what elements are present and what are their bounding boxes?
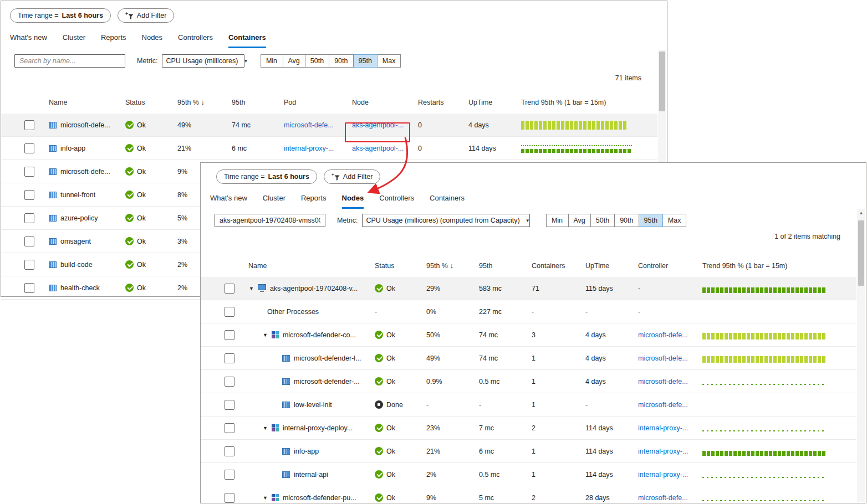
row-checkbox[interactable] <box>24 120 34 130</box>
pod-link[interactable]: microsoft-defe... <box>284 121 334 129</box>
row-checkbox[interactable] <box>24 236 34 246</box>
row-checkbox[interactable] <box>225 284 234 294</box>
controller-link[interactable]: internal-proxy-... <box>638 448 688 455</box>
tab-reports[interactable]: Reports <box>301 194 327 209</box>
checkbox-cell <box>217 440 239 462</box>
table-row[interactable]: info-appOk21%6 mcinternal-proxy-...aks-a… <box>1 137 657 160</box>
tab-nodes[interactable]: Nodes <box>142 33 163 48</box>
table-header: NameStatus95th % ↓95thPodNodeRestartsUpT… <box>1 91 657 114</box>
row-checkbox[interactable] <box>24 213 34 223</box>
row-checkbox[interactable] <box>225 493 234 503</box>
percentile-button-min[interactable]: Min <box>546 214 569 227</box>
percentile-button-50th[interactable]: 50th <box>305 54 329 68</box>
percentile-button-min[interactable]: Min <box>261 54 283 68</box>
table-row[interactable]: low-level-initDone--1-microsoft-defe... <box>201 393 856 416</box>
tab-containers[interactable]: Containers <box>228 33 266 48</box>
ok-status-icon <box>375 447 383 455</box>
row-checkbox[interactable] <box>24 167 34 177</box>
table-row[interactable]: ▼microsoft-defender-pu...Ok9%5 mc228 day… <box>201 486 856 504</box>
row-checkbox[interactable] <box>225 470 234 480</box>
row-checkbox[interactable] <box>225 377 234 387</box>
time-range-pill[interactable]: Time range = Last 6 hours <box>10 8 111 23</box>
table-row[interactable]: ▼microsoft-defender-co...Ok50%74 mc34 da… <box>201 323 856 347</box>
status-cell: Ok <box>375 331 426 339</box>
row-checkbox[interactable] <box>24 283 34 293</box>
table-row[interactable]: microsoft-defender-l...Ok49%74 mc14 days… <box>201 347 856 370</box>
percentile-button-95th[interactable]: 95th <box>639 214 663 227</box>
scroll-up-icon[interactable]: ▲ <box>857 210 865 215</box>
add-filter-icon <box>125 12 134 19</box>
add-filter-button[interactable]: Add Filter <box>324 169 381 184</box>
row-checkbox[interactable] <box>24 260 34 270</box>
percentile-button-90th[interactable]: 90th <box>329 54 353 68</box>
controller-link[interactable]: microsoft-defe... <box>638 331 688 339</box>
p95-percent-cell-label: 2% <box>426 471 436 479</box>
node-link[interactable]: aks-agentpool-... <box>352 121 404 129</box>
status-cell: Ok <box>125 191 177 199</box>
search-input[interactable] <box>14 54 125 68</box>
p95-percent-cell: 50% <box>426 331 479 339</box>
tab-controllers[interactable]: Controllers <box>379 194 414 209</box>
row-checkbox[interactable] <box>24 143 34 153</box>
controller-link[interactable]: microsoft-defe... <box>638 494 688 502</box>
tab-cluster[interactable]: Cluster <box>63 33 85 48</box>
pod-link[interactable]: internal-proxy-... <box>284 145 334 152</box>
restarts-cell-label: 0 <box>418 145 422 152</box>
controller-link[interactable]: internal-proxy-... <box>638 471 688 479</box>
table-row[interactable]: internal-apiOk2%0.5 mc1114 daysinternal-… <box>201 463 856 486</box>
time-range-pill[interactable]: Time range = Last 6 hours <box>216 169 317 184</box>
percentile-button-max[interactable]: Max <box>663 214 687 227</box>
tab-nodes[interactable]: Nodes <box>342 194 364 209</box>
table-row[interactable]: microsoft-defe...Ok49%74 mcmicrosoft-def… <box>1 114 657 137</box>
scrollbar-thumb[interactable] <box>858 220 864 286</box>
row-checkbox[interactable] <box>225 423 234 433</box>
expand-arrow-icon[interactable]: ▼ <box>263 425 268 431</box>
percentile-button-95th[interactable]: 95th <box>354 54 378 68</box>
controller-link[interactable]: microsoft-defe... <box>638 354 688 362</box>
table-row[interactable]: Other Processes-0%227 mc--- <box>201 300 856 323</box>
controller-link[interactable]: microsoft-defe... <box>638 378 688 385</box>
tab-what-s-new[interactable]: What's new <box>210 194 247 209</box>
uptime-cell: 4 days <box>585 354 638 362</box>
table-row[interactable]: ▼internal-proxy-deploy...Ok23%7 mc2114 d… <box>201 416 856 440</box>
row-checkbox[interactable] <box>225 307 234 317</box>
tab-controllers[interactable]: Controllers <box>178 33 213 48</box>
add-filter-button[interactable]: Add Filter <box>118 8 175 23</box>
tab-reports[interactable]: Reports <box>101 33 126 48</box>
row-checkbox[interactable] <box>225 353 234 363</box>
time-range-label: Time range = <box>224 173 265 181</box>
name-cell: azure-policy <box>37 214 125 222</box>
trend-sparkline <box>702 323 825 346</box>
tab-containers[interactable]: Containers <box>430 194 465 209</box>
percentile-button-avg[interactable]: Avg <box>283 54 305 68</box>
search-input[interactable] <box>215 214 325 227</box>
scrollbar[interactable]: ▲ <box>857 209 865 502</box>
name-cell: internal-api <box>239 471 375 479</box>
table-row[interactable]: ▼aks-agentpool-19702408-v...Ok29%583 mc7… <box>201 277 856 300</box>
node-link[interactable]: aks-agentpool-... <box>352 145 404 152</box>
row-checkbox[interactable] <box>225 446 234 456</box>
row-checkbox[interactable] <box>24 190 34 200</box>
percentile-button-max[interactable]: Max <box>378 54 401 68</box>
percentile-button-avg[interactable]: Avg <box>569 214 591 227</box>
controller-link[interactable]: internal-proxy-... <box>638 424 688 432</box>
trend-cell <box>702 440 856 462</box>
table-row[interactable]: info-appOk21%6 mc1114 daysinternal-proxy… <box>201 440 856 463</box>
row-checkbox[interactable] <box>225 400 234 410</box>
table-row[interactable]: microsoft-defender-...Ok0.9%0.5 mc14 day… <box>201 370 856 393</box>
status-label: Ok <box>386 354 395 362</box>
percentile-button-90th[interactable]: 90th <box>615 214 639 227</box>
container-icon <box>49 238 57 245</box>
expand-arrow-icon[interactable]: ▼ <box>263 332 268 338</box>
percentile-button-50th[interactable]: 50th <box>591 214 615 227</box>
expand-arrow-icon[interactable]: ▼ <box>249 286 254 291</box>
pod-icon <box>272 424 279 431</box>
expand-arrow-icon[interactable]: ▼ <box>263 495 268 501</box>
tab-what-s-new[interactable]: What's new <box>10 33 47 48</box>
row-checkbox[interactable] <box>225 330 234 340</box>
controller-link[interactable]: microsoft-defe... <box>638 401 688 409</box>
tab-cluster[interactable]: Cluster <box>263 194 285 209</box>
scrollbar-thumb[interactable] <box>659 52 665 111</box>
metric-select[interactable]: CPU Usage (millicores) ▼ <box>162 54 244 68</box>
metric-select[interactable]: CPU Usage (millicores) (computed from Ca… <box>362 214 530 227</box>
